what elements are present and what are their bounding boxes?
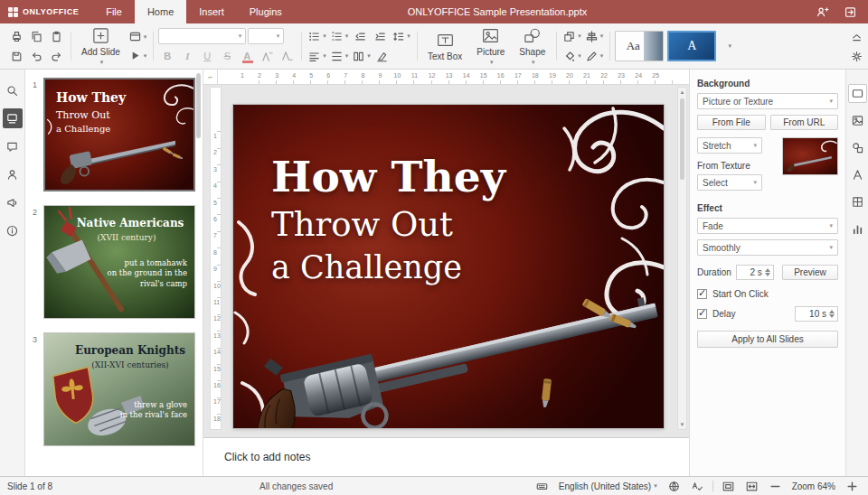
effect-type-select[interactable]: Smoothly [697, 239, 838, 256]
tab-home[interactable]: Home [135, 0, 186, 23]
fill-color-button[interactable] [561, 47, 582, 65]
fit-slide-button[interactable] [720, 479, 737, 494]
font-color-button[interactable]: A [238, 47, 256, 65]
slide-thumbnail-2[interactable]: Native Americans (XVII century) put a to… [43, 205, 195, 319]
font-size-select[interactable] [248, 28, 284, 44]
shape-settings-icon[interactable] [848, 138, 867, 157]
underline-button[interactable]: U [198, 47, 216, 65]
arrange-group [556, 25, 609, 67]
redo-button[interactable] [47, 47, 65, 65]
vertical-align-button[interactable] [329, 47, 350, 65]
save-button[interactable] [7, 47, 25, 65]
add-slide-button[interactable]: Add Slide [76, 25, 126, 67]
italic-button[interactable]: I [178, 47, 196, 65]
start-on-click-checkbox[interactable]: Start On Click [697, 289, 838, 299]
onlyoffice-logo-icon [8, 7, 18, 17]
bullets-button[interactable] [307, 27, 327, 45]
effect-section-title: Effect [697, 203, 838, 213]
table-settings-icon[interactable] [848, 192, 867, 211]
canvas-vertical-scrollbar[interactable]: ▲ ▼ [677, 87, 687, 430]
font-name-select[interactable] [158, 28, 246, 44]
vertical-ruler[interactable]: 123456789101112131415161718 [210, 87, 222, 430]
superscript-button[interactable] [258, 47, 276, 65]
theme-thumbnail-selected[interactable]: A [667, 31, 716, 61]
slide-thumbnail-3[interactable]: European Knights (XII-XVI centuries) thr… [43, 332, 195, 446]
slide-title-text[interactable]: How They Throw Out a Challenge [271, 152, 505, 289]
scrollbar-thumb[interactable] [680, 98, 684, 180]
effect-select[interactable]: Fade [697, 218, 838, 234]
delay-checkbox[interactable]: Delay 10 s [697, 306, 838, 322]
themes-more-button[interactable] [720, 37, 738, 55]
input-language-icon[interactable] [533, 479, 551, 494]
from-file-button[interactable]: From File [697, 115, 766, 130]
horizontal-ruler[interactable]: ⌐ 12345678910111213141516171819202122232… [203, 70, 689, 85]
add-user-button[interactable] [816, 5, 829, 19]
text-box-label: Text Box [428, 51, 462, 61]
strikethrough-button[interactable]: S [218, 47, 236, 65]
scroll-down-icon[interactable]: ▼ [678, 420, 686, 429]
text-box-button[interactable]: Text Box [422, 30, 467, 62]
start-slideshow-button[interactable] [127, 47, 148, 65]
zoom-in-button[interactable] [844, 479, 861, 494]
about-button[interactable] [3, 220, 23, 240]
clear-style-button[interactable] [373, 47, 392, 65]
paste-button[interactable] [47, 27, 65, 45]
comments-button[interactable] [3, 136, 23, 156]
spellcheck-icon[interactable] [689, 479, 706, 494]
increase-indent-button[interactable] [371, 27, 389, 45]
search-button[interactable] [3, 80, 23, 100]
thumbnails-scrollbar[interactable] [196, 73, 201, 138]
paragraph-group [301, 25, 417, 67]
go-to-documents-button[interactable] [844, 5, 857, 19]
delay-spinner[interactable]: 10 s [795, 306, 838, 322]
picture-button[interactable]: Picture [471, 25, 510, 67]
feedback-button[interactable] [3, 192, 23, 212]
zoom-level[interactable]: Zoom 64% [790, 481, 837, 492]
set-language-globe-icon[interactable] [665, 479, 683, 494]
document-language-selector[interactable]: English (United States) ▾ [557, 481, 659, 492]
horizontal-align-button[interactable] [307, 47, 327, 65]
decrease-indent-button[interactable] [351, 27, 369, 45]
line-spacing-button[interactable] [391, 27, 411, 45]
settings-gear-button[interactable] [847, 47, 865, 65]
apply-to-all-slides-button[interactable]: Apply to All Slides [697, 331, 838, 348]
slide-canvas[interactable]: How They Throw Out a Challenge [233, 105, 664, 428]
tab-stop-selector[interactable]: ⌐ [203, 70, 218, 84]
chart-settings-icon[interactable] [848, 219, 867, 238]
from-url-button[interactable]: From URL [770, 115, 839, 130]
slide-layout-button[interactable] [127, 28, 148, 46]
save-status: All changes saved [259, 481, 333, 491]
scroll-up-icon[interactable]: ▲ [678, 88, 686, 97]
slide-settings-icon[interactable] [848, 84, 867, 103]
numbering-button[interactable] [329, 27, 350, 45]
bold-button[interactable]: B [158, 47, 176, 65]
copy-button[interactable] [27, 27, 45, 45]
image-settings-icon[interactable] [848, 111, 867, 130]
arrange-shape-button[interactable] [561, 27, 582, 45]
print-button[interactable] [7, 27, 25, 45]
fill-mode-select[interactable]: Stretch [697, 137, 762, 154]
notes-area[interactable]: Click to add notes [203, 437, 689, 476]
slide-thumbnails-button[interactable] [3, 108, 23, 128]
tab-insert[interactable]: Insert [186, 0, 237, 23]
duration-spinner[interactable]: 2 s [736, 265, 774, 280]
collapse-toolbar-button[interactable] [847, 27, 865, 45]
theme-thumbnail-default[interactable]: Aa [615, 31, 664, 61]
slide-thumbnail-1[interactable]: How They Throw Out a Challenge [43, 78, 195, 191]
texture-preview[interactable] [782, 137, 838, 175]
chat-button[interactable] [3, 164, 23, 184]
texture-select[interactable]: Select [697, 174, 762, 191]
undo-button[interactable] [27, 47, 45, 65]
fit-width-button[interactable] [743, 479, 760, 494]
tab-file[interactable]: File [93, 0, 135, 23]
align-shape-button[interactable] [584, 27, 605, 45]
subscript-button[interactable] [278, 47, 296, 65]
background-section-title: Background [697, 79, 838, 89]
background-fill-type-select[interactable]: Picture or Texture [697, 93, 838, 109]
columns-button[interactable] [351, 47, 372, 65]
preview-button[interactable]: Preview [782, 265, 838, 280]
textart-settings-icon[interactable] [848, 165, 867, 184]
zoom-out-button[interactable] [767, 479, 784, 494]
shape-button[interactable]: Shape [514, 25, 551, 67]
line-color-button[interactable] [584, 47, 605, 65]
